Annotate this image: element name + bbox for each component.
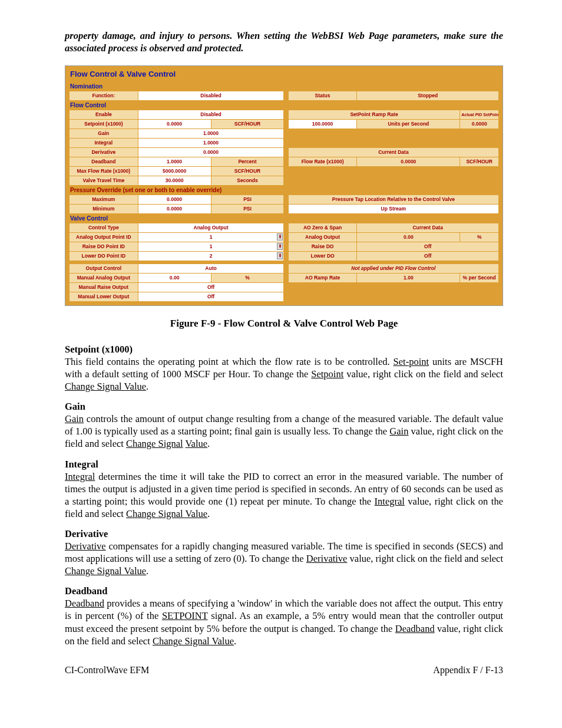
heading-gain: Gain — [65, 401, 503, 413]
label-deadband: Deadband — [70, 157, 138, 166]
label-raisedo: Raise DO — [288, 242, 357, 251]
spinner-icon[interactable]: ▲▼ — [277, 233, 283, 241]
value-actualpid: 0.0000 — [460, 119, 499, 129]
value-maxflow[interactable]: 5000.0000 — [138, 166, 211, 176]
footer-left: CI-ControlWave EFM — [65, 665, 149, 676]
label-manualraise: Manual Raise Output — [70, 282, 138, 292]
output-control-table: Output Control Auto Not applied under PI… — [69, 263, 499, 302]
label-manuallower: Manual Lower Output — [70, 292, 138, 301]
unit-pctpersec: % per Second — [460, 273, 499, 282]
label-function: Function: — [70, 91, 138, 100]
label-flowrate: Flow Rate (x1000) — [288, 157, 357, 166]
label-aoramp: AO Ramp Rate — [288, 273, 357, 282]
heading-setpoint: Setpoint (x1000) — [65, 344, 503, 355]
value-deadband[interactable]: 1.0000 — [138, 157, 211, 166]
label-currentdata2: Current Data — [357, 223, 499, 232]
section-valvecontrol: Valve Control — [69, 214, 499, 223]
label-raisepoint: Raise DO Point ID — [70, 242, 138, 251]
value-integral[interactable]: 1.0000 — [138, 138, 284, 147]
label-ctltype: Control Type — [70, 223, 138, 232]
section-flowcontrol: Flow Control — [69, 101, 499, 110]
label-lowerpoint: Lower DO Point ID — [70, 251, 138, 261]
label-status: Status — [288, 91, 357, 100]
unit-scfhour: SCF/HOUR — [211, 119, 284, 129]
value-manualraise[interactable]: Off — [138, 282, 284, 292]
label-minimum: Minimum — [70, 204, 138, 213]
value-aocurrent: 0.00 — [357, 232, 460, 242]
para-setpoint: This field contains the operating point … — [65, 355, 503, 393]
label-analogout: Analog Output — [288, 232, 357, 242]
unit-pct2: % — [211, 273, 284, 282]
label-gain: Gain — [70, 129, 138, 138]
heading-deadband: Deadband — [65, 585, 503, 597]
value-setpoint[interactable]: 0.0000 — [138, 119, 211, 129]
label-setpointramp: SetPoint Ramp Rate — [288, 110, 460, 119]
label-maximum: Maximum — [70, 195, 138, 204]
value-derivative[interactable]: 0.0000 — [138, 147, 284, 157]
label-lowerdo: Lower DO — [288, 251, 357, 261]
label-integral: Integral — [70, 138, 138, 147]
section-pressure: Pressure Override (set one or both to en… — [69, 186, 499, 195]
value-lowerdo: Off — [357, 251, 499, 261]
unit-psi2: PSI — [211, 204, 284, 213]
value-setpointramp[interactable]: 100.0000 — [288, 119, 357, 129]
unit-seconds: Seconds — [211, 176, 284, 185]
control-panel: Flow Control & Valve Control Nomination … — [65, 65, 503, 306]
value-function[interactable]: Disabled — [138, 91, 284, 100]
unit-percent: Percent — [211, 157, 284, 166]
label-currentdata: Current Data — [288, 147, 498, 157]
heading-derivative: Derivative — [65, 528, 503, 540]
label-aozero: AO Zero & Span — [288, 223, 357, 232]
value-status: Stopped — [357, 91, 499, 100]
page-footer: CI-ControlWave EFM Appendix F / F-13 — [65, 665, 503, 676]
value-raisedo: Off — [357, 242, 499, 251]
value-aoramp: 1.00 — [357, 273, 460, 282]
panel-title: Flow Control & Valve Control — [69, 68, 499, 82]
label-outputctl: Output Control — [70, 263, 138, 273]
label-enable: Enable — [70, 110, 138, 119]
para-derivative: Derivative compensates for a rapidly cha… — [65, 540, 503, 577]
value-lowerpoint[interactable]: 2▲▼ — [138, 251, 284, 261]
para-deadband: Deadband provides a means of specifying … — [65, 597, 503, 647]
value-manualanalog[interactable]: 0.00 — [138, 273, 211, 282]
unit-ups: Units per Second — [357, 119, 460, 129]
unit-pct: % — [460, 232, 499, 242]
value-enable[interactable]: Disabled — [138, 110, 284, 119]
value-maximum[interactable]: 0.0000 — [138, 195, 211, 204]
unit-psi: PSI — [211, 195, 284, 204]
label-taploc: Pressure Tap Location Relative to the Co… — [288, 195, 498, 204]
valvecontrol-table: Control Type Analog Output AO Zero & Spa… — [69, 223, 499, 261]
value-manuallower[interactable]: Off — [138, 292, 284, 301]
intro-text: property damage, and injury to persons. … — [65, 29, 503, 55]
label-derivative: Derivative — [70, 147, 138, 157]
label-actualpid: Actual PID SetPoint — [460, 110, 499, 119]
footer-right: Appendix F / F-13 — [433, 665, 503, 676]
unit-scfhour3: SCF/HOUR — [211, 166, 284, 176]
heading-integral: Integral — [65, 459, 503, 470]
section-nomination: Nomination — [69, 82, 499, 91]
value-minimum[interactable]: 0.0000 — [138, 204, 211, 213]
spinner-icon[interactable]: ▲▼ — [277, 252, 283, 259]
unit-scfhour2: SCF/HOUR — [460, 157, 499, 166]
figure-caption: Figure F-9 - Flow Control & Valve Contro… — [65, 318, 503, 330]
value-gain[interactable]: 1.0000 — [138, 129, 284, 138]
value-travel[interactable]: 30.0000 — [138, 176, 211, 185]
para-integral: Integral determines the time it will tak… — [65, 470, 503, 520]
label-aopoint: Analog Output Point ID — [70, 232, 138, 242]
nomination-table: Function: Disabled Status Stopped — [69, 91, 499, 101]
para-gain: Gain controls the amount of output chang… — [65, 413, 503, 450]
spinner-icon[interactable]: ▲▼ — [277, 243, 283, 250]
label-maxflow: Max Flow Rate (x1000) — [70, 166, 138, 176]
flowcontrol-table: Enable Disabled SetPoint Ramp Rate Actua… — [69, 110, 499, 186]
value-outputctl[interactable]: Auto — [138, 263, 284, 273]
value-upstream[interactable]: Up Stream — [288, 204, 498, 213]
label-manualanalog: Manual Analog Output — [70, 273, 138, 282]
pressure-table: Maximum 0.0000 PSI Pressure Tap Location… — [69, 195, 499, 214]
value-ctltype[interactable]: Analog Output — [138, 223, 284, 232]
label-travel: Valve Travel Time — [70, 176, 138, 185]
value-flowrate: 0.0000 — [357, 157, 460, 166]
value-raisepoint[interactable]: 1▲▼ — [138, 242, 284, 251]
label-notapplied: Not applied under PID Flow Control — [288, 263, 498, 273]
value-aopoint[interactable]: 1▲▼ — [138, 232, 284, 242]
label-setpoint: Setpoint (x1000) — [70, 119, 138, 129]
